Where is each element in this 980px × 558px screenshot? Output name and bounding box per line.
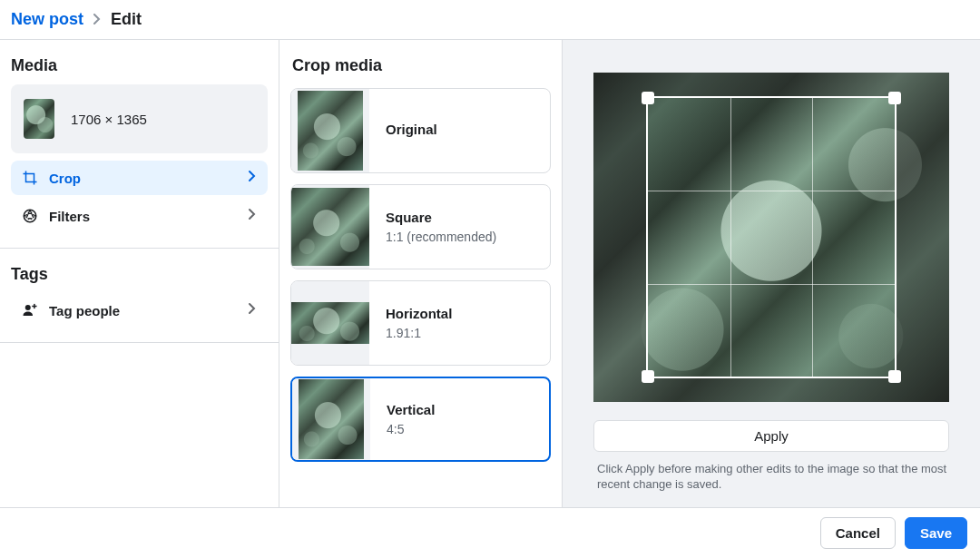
chevron-right-icon <box>248 170 257 186</box>
crop-option-vertical[interactable]: Vertical 4:5 <box>290 377 551 462</box>
crop-option-square[interactable]: Square 1:1 (recommended) <box>290 184 551 269</box>
crop-handle-top-left[interactable] <box>642 92 654 104</box>
crop-dim-overlay <box>646 73 897 96</box>
preview-column: Apply Click Apply before making other ed… <box>563 40 980 507</box>
apply-button[interactable]: Apply <box>593 420 949 452</box>
svg-rect-3 <box>34 304 35 308</box>
aperture-icon <box>22 208 38 224</box>
crop-handle-top-right[interactable] <box>888 92 901 104</box>
crop-handle-bottom-left[interactable] <box>642 370 654 383</box>
apply-hint-text: Click Apply before making other edits to… <box>593 461 949 493</box>
sidebar-item-label: Crop <box>49 171 237 186</box>
media-thumbnail-card[interactable]: 1706 × 1365 <box>11 84 268 153</box>
sidebar-item-crop[interactable]: Crop <box>11 161 268 195</box>
footer-bar: Cancel Save <box>0 507 980 558</box>
crop-dim-overlay <box>897 73 949 402</box>
crop-grid-line <box>812 98 813 377</box>
save-button[interactable]: Save <box>905 517 967 549</box>
tag-person-icon <box>22 302 38 318</box>
crop-dim-overlay <box>646 378 897 402</box>
crop-dim-overlay <box>593 73 646 402</box>
breadcrumb-new-post[interactable]: New post <box>11 10 83 29</box>
sidebar-item-filters[interactable]: Filters <box>11 199 268 233</box>
crop-grid-line <box>648 191 895 191</box>
crop-option-subtitle: 4:5 <box>387 422 404 436</box>
sidebar-item-label: Filters <box>49 209 237 224</box>
crop-thumb <box>291 188 369 266</box>
crop-option-title: Square <box>386 210 496 225</box>
crop-option-title: Vertical <box>387 402 435 417</box>
svg-point-0 <box>24 210 36 222</box>
svg-point-1 <box>25 305 31 310</box>
crop-grid-line <box>730 98 731 377</box>
crop-option-original[interactable]: Original <box>290 88 551 173</box>
crop-thumb <box>291 302 369 344</box>
crop-option-subtitle: 1:1 (recommended) <box>386 230 496 244</box>
crop-media-heading: Crop media <box>292 56 551 75</box>
crop-icon <box>22 170 38 186</box>
left-sidebar: Media 1706 × 1365 Crop Filters Tags <box>0 40 279 507</box>
crop-thumb <box>298 91 363 171</box>
media-heading: Media <box>11 56 268 75</box>
crop-option-title: Original <box>386 122 437 137</box>
chevron-right-icon <box>248 208 257 224</box>
crop-option-horizontal[interactable]: Horizontal 1.91:1 <box>290 280 551 366</box>
media-dimensions: 1706 × 1365 <box>71 112 147 127</box>
crop-option-subtitle: 1.91:1 <box>386 326 421 340</box>
crop-thumb <box>299 379 364 459</box>
crop-rectangle[interactable] <box>646 96 897 378</box>
crop-handle-bottom-right[interactable] <box>888 370 901 383</box>
crop-preview-stage[interactable] <box>593 73 949 402</box>
crop-options-column: Crop media Original Square 1:1 (recommen… <box>279 40 563 507</box>
chevron-right-icon <box>93 13 102 27</box>
crop-grid-line <box>648 284 895 285</box>
breadcrumb-current: Edit <box>111 10 142 29</box>
sidebar-item-label: Tag people <box>49 303 237 318</box>
breadcrumb: New post Edit <box>0 0 980 40</box>
cancel-button[interactable]: Cancel <box>820 517 896 549</box>
sidebar-item-tag-people[interactable]: Tag people <box>11 293 268 328</box>
tags-heading: Tags <box>11 265 268 284</box>
chevron-right-icon <box>248 302 257 318</box>
media-thumbnail <box>24 99 54 139</box>
crop-option-title: Horizontal <box>386 306 452 321</box>
